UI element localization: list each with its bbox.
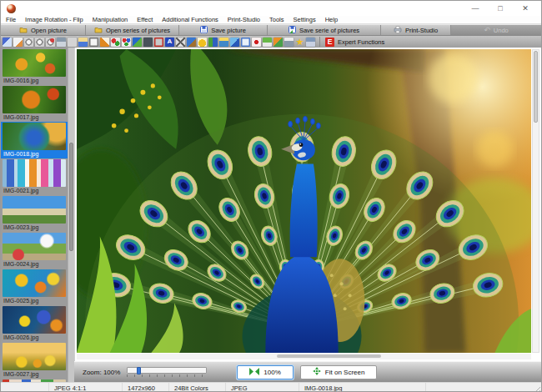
menu-additional-functions[interactable]: Additional Functions	[162, 16, 218, 23]
zoom-100-button[interactable]: 100%	[237, 365, 293, 379]
thumbnail-image[interactable]	[3, 233, 66, 260]
open-series-button[interactable]: Open series of pictures	[86, 25, 179, 35]
thumbnail-item[interactable]: IMG-0021.jpg	[1, 158, 68, 195]
sound-icon[interactable]	[306, 38, 315, 47]
favorites-icon[interactable]	[295, 38, 304, 47]
save-picture-button[interactable]: Save picture	[179, 25, 268, 35]
menu-image-rotation-flip[interactable]: Image Rotation - Flip	[25, 16, 83, 23]
vertical-scrollbar[interactable]	[532, 49, 539, 353]
expert-functions-button[interactable]: E Expert Functions	[325, 38, 384, 47]
thumbnail-image[interactable]	[3, 269, 66, 297]
sidebar-scrollbar[interactable]	[68, 48, 74, 382]
rotate-cw-icon[interactable]	[35, 38, 44, 47]
open-folder-icon	[19, 26, 28, 35]
thumbnail-image[interactable]	[3, 196, 66, 224]
horizontal-scrollbar-thumb[interactable]	[277, 354, 381, 358]
thumbnail-image[interactable]	[3, 343, 66, 370]
red-eye-icon[interactable]	[252, 38, 261, 47]
thumbnail-item[interactable]: IMG-0025.jpg	[1, 269, 68, 305]
peacock-photo	[77, 49, 531, 353]
undo-icon: ↶	[484, 26, 490, 34]
crop-icon[interactable]	[89, 38, 98, 47]
icon-toolbar: E Expert Functions	[1, 35, 541, 48]
zoom-slider[interactable]	[127, 367, 207, 377]
window-icon[interactable]	[241, 38, 250, 47]
rotate-image-icon[interactable]	[230, 38, 239, 47]
lighten-icon[interactable]	[198, 38, 207, 47]
cut-icon[interactable]	[176, 38, 185, 47]
sharpen-icon[interactable]	[100, 38, 109, 47]
thumbnail-image[interactable]	[3, 306, 66, 334]
color-temp-icon[interactable]	[274, 38, 283, 47]
save-series-label: Save serie of pictures	[299, 27, 359, 34]
collage-icon[interactable]	[208, 38, 218, 47]
zoom-slider-ticks	[127, 374, 207, 377]
save-series-button[interactable]: Save serie of pictures	[268, 25, 381, 35]
undo-label: Undo	[494, 27, 509, 34]
thumbnail-filename: IMG-0021.jpg	[3, 187, 66, 195]
thumbnail-image[interactable]	[3, 159, 66, 187]
expert-functions-label: Expert Functions	[338, 38, 384, 46]
thumbnail-item[interactable]: IMG-0017.jpg	[1, 85, 68, 122]
toolbar-separator	[319, 37, 320, 47]
fit-on-screen-button[interactable]: Fit on Screen	[300, 365, 378, 379]
sunlight-icon[interactable]	[219, 38, 228, 47]
horizontal-scrollbar[interactable]	[77, 354, 531, 359]
zoom-slider-thumb[interactable]	[137, 367, 141, 374]
menu-print-studio[interactable]: Print-Studio	[228, 16, 260, 23]
menu-tools[interactable]: Tools	[269, 16, 284, 23]
maximize-icon[interactable]: □	[488, 1, 513, 16]
open-picture-button[interactable]: Open picture	[1, 25, 86, 35]
menu-help[interactable]: Help	[325, 16, 338, 23]
menu-effect[interactable]: Effect	[137, 16, 153, 23]
rotate-ccw-icon[interactable]	[24, 38, 33, 47]
brightness-icon[interactable]	[133, 38, 142, 47]
rotate-180-icon[interactable]	[46, 38, 55, 47]
image-canvas[interactable]	[77, 49, 531, 353]
open-picture-label: Open picture	[31, 27, 67, 34]
image-viewer	[74, 48, 541, 361]
contrast-icon[interactable]	[143, 38, 153, 47]
thumbnail-image[interactable]	[3, 86, 66, 113]
save-floppy-series-icon	[289, 26, 296, 35]
thumbnail-filename: IMG-0025.jpg	[3, 297, 66, 305]
close-icon[interactable]: ✕	[513, 1, 538, 16]
title-bar: — □ ✕	[1, 1, 541, 16]
clone-icon[interactable]	[187, 38, 196, 47]
thumbnail-filename: IMG-0024.jpg	[3, 260, 66, 269]
menu-file[interactable]: File	[6, 16, 16, 23]
histogram-icon[interactable]	[263, 38, 272, 47]
rgb-adjust-icon[interactable]	[122, 38, 131, 47]
print-studio-button[interactable]: Print-Studio	[381, 25, 451, 35]
menu-settings[interactable]: Settings	[294, 16, 316, 23]
status-filler	[426, 383, 541, 392]
minimize-icon[interactable]: —	[463, 1, 488, 16]
zoom-label: Zoom: 100%	[83, 369, 120, 376]
open-series-label: Open series of pictures	[106, 27, 170, 34]
thumbnail-item-selected[interactable]: IMG-0018.jpg	[1, 122, 68, 158]
thumbnail-item[interactable]: IMG-0026.jpg	[1, 305, 68, 342]
vertical-scrollbar-thumb[interactable]	[534, 51, 538, 123]
sidebar-scrollbar-thumb[interactable]	[69, 143, 73, 251]
resize-icon[interactable]	[78, 38, 88, 47]
thumbnail-item[interactable]: IMG-0023.jpg	[1, 195, 68, 232]
camera-icon[interactable]	[284, 38, 294, 47]
text-icon[interactable]	[165, 38, 174, 47]
rotate-left-page-icon[interactable]	[3, 38, 12, 47]
zoom-bar: Zoom: 100% 100% Fit on Screen	[74, 361, 541, 382]
zoom-slider-track[interactable]	[127, 367, 207, 374]
thumbnail-image[interactable]	[3, 123, 66, 150]
thumbnail-item[interactable]: IMG-0016.jpg	[1, 48, 68, 85]
color-adjust-icon[interactable]	[111, 38, 120, 47]
thumbnail-item[interactable]: IMG-0027.jpg	[1, 342, 68, 379]
status-dimensions: 1472x960	[123, 383, 169, 392]
menu-manipulation[interactable]: Manipulation	[93, 16, 128, 23]
rotate-right-page-icon[interactable]	[13, 38, 23, 47]
undo-button[interactable]: ↶ Undo	[451, 25, 541, 35]
thumbnail-image[interactable]	[3, 49, 66, 77]
flip-vertical-icon[interactable]	[57, 38, 66, 47]
viewer-column: Zoom: 100% 100% Fit on Screen	[74, 48, 541, 382]
thumbnail-item[interactable]: IMG-0024.jpg	[1, 232, 68, 269]
flip-horizontal-icon[interactable]	[68, 38, 77, 47]
frame-red-icon[interactable]	[154, 38, 163, 47]
